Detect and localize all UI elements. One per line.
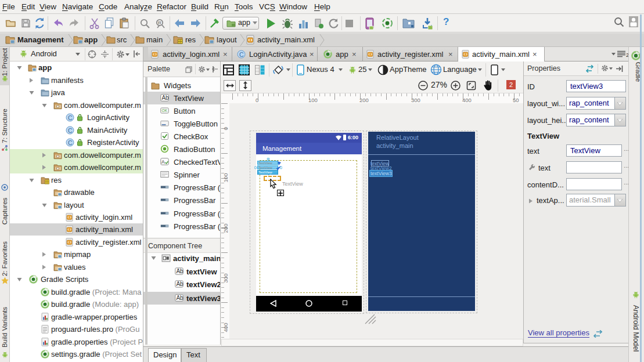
svg-text:OK: OK — [162, 108, 168, 113]
svg-text:R: R — [158, 20, 161, 26]
svg-text:A: A — [161, 159, 165, 165]
